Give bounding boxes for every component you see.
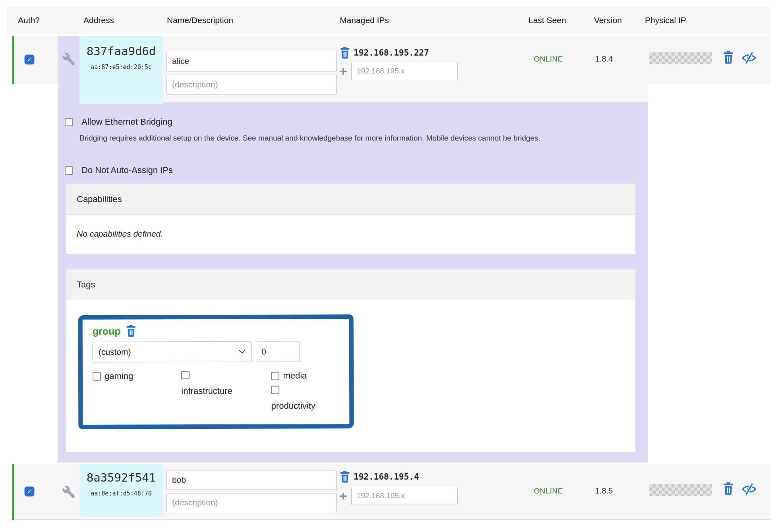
table-header: Auth? Address Name/Description Managed I… — [7, 7, 771, 34]
capabilities-card: Capabilities No capabilities defined. — [66, 183, 636, 254]
tag-group-box: group (custom) gaming infrastructure — [78, 314, 354, 429]
name-input[interactable] — [166, 470, 337, 490]
tag-value-input[interactable] — [256, 341, 300, 362]
delete-member-icon[interactable] — [723, 51, 733, 64]
address-cell: 837faa9d6d aa:87:e5:ed:20:5c — [79, 36, 163, 104]
wrench-icon[interactable] — [62, 485, 75, 499]
node-mac: aa:87:e5:ed:20:5c — [79, 64, 163, 71]
tag-enum-select[interactable]: (custom) — [93, 341, 252, 362]
tags-title: Tags — [66, 270, 635, 300]
capabilities-title: Capabilities — [66, 184, 635, 215]
tag-enum-selected: (custom) — [99, 347, 131, 357]
expanded-wrench-strip — [58, 36, 79, 102]
tag-option-label-productivity: productivity — [271, 401, 350, 411]
column-header-name: Name/Description — [167, 15, 233, 25]
tag-name: group — [93, 325, 121, 337]
add-ip-input[interactable] — [351, 62, 458, 80]
tag-option-label-gaming: gaming — [105, 371, 133, 382]
node-address: 837faa9d6d — [79, 44, 163, 58]
network-members-table: Auth? Address Name/Description Managed I… — [0, 0, 778, 532]
auth-checkbox[interactable]: ✓ — [25, 487, 34, 496]
add-ip-icon[interactable]: + — [339, 491, 347, 501]
column-header-last-seen: Last Seen — [528, 15, 566, 25]
version-value: 1.8.4 — [587, 54, 621, 64]
column-header-auth: Auth? — [18, 15, 40, 25]
description-input[interactable] — [166, 493, 337, 512]
address-cell: 8a3592f541 aa:8e:af:d5:48:70 — [79, 464, 163, 517]
chevron-down-icon — [239, 350, 246, 354]
column-header-physical-ip: Physical IP — [645, 15, 686, 25]
auth-checkbox[interactable]: ✓ — [25, 55, 34, 64]
physical-ip-redacted — [649, 484, 712, 496]
tag-option-label-infrastructure: infrastructure — [181, 386, 271, 397]
member-row-extension — [79, 84, 648, 102]
version-value: 1.8.5 — [587, 486, 621, 495]
bridging-note: Bridging requires additional setup on th… — [79, 130, 624, 146]
delete-managed-ip-icon[interactable] — [340, 471, 350, 483]
capabilities-empty-text: No capabilities defined. — [66, 215, 635, 239]
managed-ip-value: 192.168.195.4 — [354, 472, 419, 482]
tag-option-checkbox-gaming[interactable] — [93, 372, 101, 380]
row-accent-bar — [12, 464, 14, 520]
status-badge: ONLINE — [525, 487, 571, 495]
tag-option-checkbox-productivity[interactable] — [271, 386, 279, 394]
node-address: 8a3592f541 — [79, 471, 163, 484]
no-auto-assign-checkbox[interactable] — [65, 166, 73, 175]
wrench-icon[interactable] — [62, 52, 75, 66]
tag-option-label-media: media — [283, 370, 307, 381]
hide-physical-ip-icon[interactable] — [741, 483, 757, 495]
column-header-address: Address — [83, 15, 114, 25]
row-accent-bar — [12, 36, 14, 84]
description-input[interactable] — [166, 75, 337, 94]
hide-physical-ip-icon[interactable] — [741, 52, 757, 64]
add-ip-icon[interactable]: + — [339, 66, 347, 76]
add-ip-input[interactable] — [351, 487, 458, 505]
column-header-version: Version — [594, 15, 622, 25]
column-header-managed-ips: Managed IPs — [340, 15, 389, 25]
physical-ip-redacted — [649, 52, 712, 64]
no-auto-assign-label: Do Not Auto-Assign IPs — [81, 165, 173, 175]
ethernet-bridging-label: Allow Ethernet Bridging — [81, 117, 172, 127]
ethernet-bridging-checkbox[interactable] — [65, 118, 73, 126]
managed-ip-value: 192.168.195.227 — [354, 48, 429, 58]
delete-tag-icon[interactable] — [126, 325, 136, 337]
tag-option-checkbox-infrastructure[interactable] — [181, 371, 190, 379]
delete-member-icon[interactable] — [723, 482, 733, 495]
node-mac: aa:8e:af:d5:48:70 — [79, 490, 163, 497]
status-badge: ONLINE — [525, 55, 571, 64]
name-input[interactable] — [166, 51, 337, 71]
tag-option-checkbox-media[interactable] — [271, 372, 279, 380]
delete-managed-ip-icon[interactable] — [340, 47, 350, 59]
